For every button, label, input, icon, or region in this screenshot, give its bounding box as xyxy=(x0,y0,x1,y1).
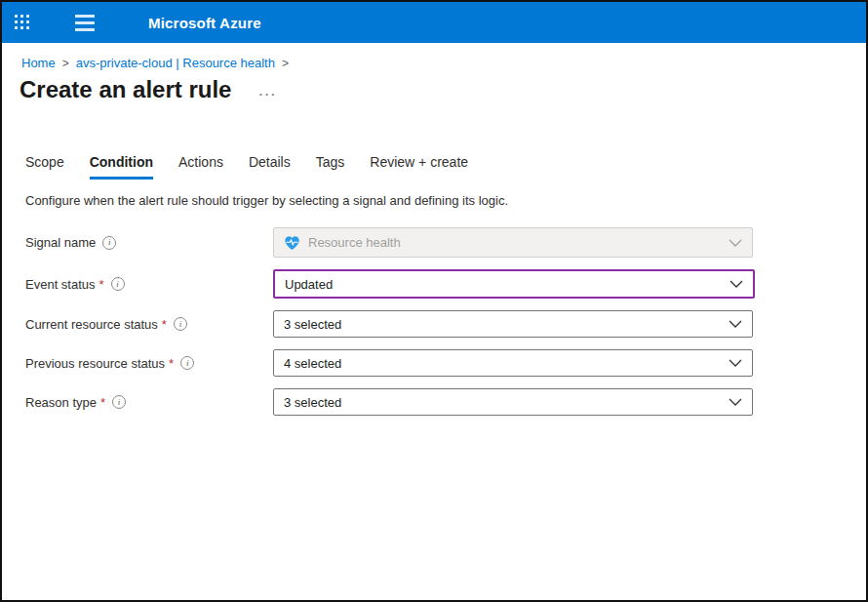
resource-health-heart-icon xyxy=(284,235,300,251)
event-status-dropdown[interactable]: Updated xyxy=(273,269,755,299)
form-row-previous-resource-status: Previous resource status * i 4 selected xyxy=(2,349,866,377)
chevron-down-icon xyxy=(729,320,742,328)
tab-scope[interactable]: Scope xyxy=(25,154,64,180)
azure-portal-window: Microsoft Azure Home > avs-private-cloud… xyxy=(0,0,868,602)
previous-resource-status-dropdown[interactable]: 4 selected xyxy=(273,349,753,377)
condition-description: Configure when the alert rule should tri… xyxy=(2,180,866,208)
required-asterisk: * xyxy=(162,317,167,332)
chevron-right-icon: > xyxy=(282,57,289,70)
field-label-group: Previous resource status * i xyxy=(25,356,273,371)
tab-review-create[interactable]: Review + create xyxy=(370,154,468,180)
tab-actions[interactable]: Actions xyxy=(178,154,223,180)
info-icon[interactable]: i xyxy=(180,356,194,370)
signal-name-dropdown: Resource health xyxy=(273,227,753,258)
info-icon[interactable]: i xyxy=(111,277,125,291)
info-icon[interactable]: i xyxy=(174,317,187,331)
breadcrumb: Home > avs-private-cloud | Resource heal… xyxy=(2,43,866,70)
tab-condition[interactable]: Condition xyxy=(90,154,153,180)
current-resource-status-dropdown[interactable]: 3 selected xyxy=(273,310,753,338)
required-asterisk: * xyxy=(169,356,174,371)
required-asterisk: * xyxy=(100,395,105,410)
field-label: Current resource status xyxy=(25,317,158,332)
dropdown-value: Updated xyxy=(285,277,722,292)
form-row-signal-name: Signal name i Resource health xyxy=(2,227,866,258)
chevron-down-icon xyxy=(729,239,742,247)
chevron-down-icon xyxy=(730,280,743,288)
condition-form: Signal name i Resource health Event s xyxy=(2,227,866,416)
field-label: Signal name xyxy=(25,235,96,250)
page-title: Create an alert rule xyxy=(20,76,231,103)
field-label: Previous resource status xyxy=(25,356,165,371)
field-label-group: Event status * i xyxy=(25,277,273,292)
form-row-current-resource-status: Current resource status * i 3 selected xyxy=(2,310,866,338)
dropdown-value: 4 selected xyxy=(284,356,721,371)
title-row: Create an alert rule ··· xyxy=(2,70,866,103)
chevron-right-icon: > xyxy=(62,57,69,70)
field-label-group: Signal name i xyxy=(25,235,273,250)
info-icon[interactable]: i xyxy=(102,236,116,250)
required-asterisk: * xyxy=(99,277,104,292)
field-label-group: Current resource status * i xyxy=(25,317,273,332)
dropdown-value: Resource health xyxy=(308,235,721,250)
reason-type-dropdown[interactable]: 3 selected xyxy=(273,388,753,416)
tab-details[interactable]: Details xyxy=(249,154,291,180)
chevron-down-icon xyxy=(729,398,742,406)
more-options-icon[interactable]: ··· xyxy=(258,80,277,100)
top-bar: Microsoft Azure xyxy=(2,2,866,43)
breadcrumb-link-home[interactable]: Home xyxy=(21,56,56,70)
chevron-down-icon xyxy=(729,359,742,367)
field-label-group: Reason type * i xyxy=(25,395,273,410)
form-row-event-status: Event status * i Updated xyxy=(2,269,866,299)
field-label: Reason type xyxy=(25,395,97,410)
tab-tags[interactable]: Tags xyxy=(316,154,345,180)
app-launcher-button[interactable] xyxy=(2,2,43,43)
hamburger-icon xyxy=(75,15,95,18)
waffle-icon xyxy=(15,15,30,30)
info-icon[interactable]: i xyxy=(112,395,126,409)
dropdown-value: 3 selected xyxy=(284,317,721,332)
hamburger-menu-button[interactable] xyxy=(64,2,105,43)
azure-home-link[interactable]: Microsoft Azure xyxy=(148,15,261,31)
form-row-reason-type: Reason type * i 3 selected xyxy=(2,388,866,416)
breadcrumb-link-resource-health[interactable]: avs-private-cloud | Resource health xyxy=(76,56,275,70)
field-label: Event status xyxy=(25,277,96,292)
dropdown-value: 3 selected xyxy=(284,395,721,410)
tab-strip: Scope Condition Actions Details Tags Rev… xyxy=(2,154,866,180)
